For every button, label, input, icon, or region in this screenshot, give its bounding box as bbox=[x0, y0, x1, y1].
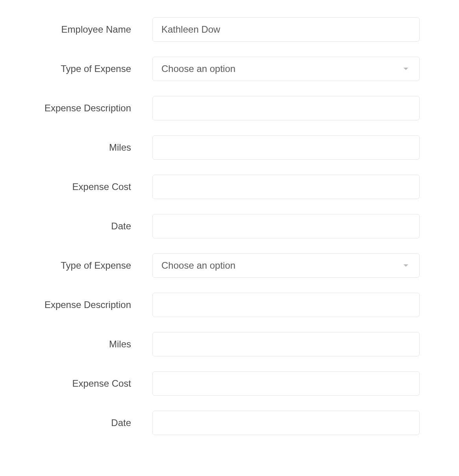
expense2-miles-input[interactable] bbox=[152, 332, 420, 356]
expense2-miles-input-wrap bbox=[152, 332, 420, 356]
employee-name-row: Employee Name bbox=[39, 17, 420, 42]
expense1-date-input[interactable] bbox=[152, 214, 420, 238]
expense2-cost-input[interactable] bbox=[152, 371, 420, 396]
expense2-type-label: Type of Expense bbox=[39, 260, 131, 271]
expense2-cost-label: Expense Cost bbox=[39, 378, 131, 389]
expense1-type-placeholder: Choose an option bbox=[161, 63, 235, 74]
expense2-type-placeholder: Choose an option bbox=[161, 260, 235, 271]
expense1-miles-input[interactable] bbox=[152, 135, 420, 160]
expense1-type-row: Type of Expense Choose an option bbox=[39, 57, 420, 81]
expense2-date-input-wrap bbox=[152, 411, 420, 435]
expense2-cost-input-wrap bbox=[152, 371, 420, 396]
expense2-date-label: Date bbox=[39, 417, 131, 428]
expense2-miles-row: Miles bbox=[39, 332, 420, 356]
expense1-date-input-wrap bbox=[152, 214, 420, 238]
expense1-description-input-wrap bbox=[152, 96, 420, 120]
expense1-cost-row: Expense Cost bbox=[39, 175, 420, 199]
expense1-cost-input-wrap bbox=[152, 175, 420, 199]
expense2-date-input[interactable] bbox=[152, 411, 420, 435]
expense1-cost-input[interactable] bbox=[152, 175, 420, 199]
expense1-miles-label: Miles bbox=[39, 142, 131, 153]
expense1-description-input[interactable] bbox=[152, 96, 420, 120]
expense1-date-row: Date bbox=[39, 214, 420, 238]
expense2-date-row: Date bbox=[39, 411, 420, 435]
expense2-description-label: Expense Description bbox=[39, 299, 131, 310]
expense1-description-label: Expense Description bbox=[39, 103, 131, 114]
employee-name-input-wrap bbox=[152, 17, 420, 42]
expense1-miles-row: Miles bbox=[39, 135, 420, 160]
expense2-description-row: Expense Description bbox=[39, 293, 420, 317]
expense1-type-input-wrap: Choose an option bbox=[152, 57, 420, 81]
expense1-miles-input-wrap bbox=[152, 135, 420, 160]
expense1-cost-label: Expense Cost bbox=[39, 181, 131, 192]
expense2-description-input-wrap bbox=[152, 293, 420, 317]
chevron-down-icon bbox=[403, 264, 408, 267]
employee-name-input[interactable] bbox=[152, 17, 420, 42]
expense2-miles-label: Miles bbox=[39, 339, 131, 350]
expense2-type-row: Type of Expense Choose an option bbox=[39, 253, 420, 278]
expense2-type-input-wrap: Choose an option bbox=[152, 253, 420, 278]
expense1-type-select[interactable]: Choose an option bbox=[152, 57, 420, 81]
expense1-date-label: Date bbox=[39, 221, 131, 232]
employee-name-label: Employee Name bbox=[39, 24, 131, 35]
expense1-description-row: Expense Description bbox=[39, 96, 420, 120]
expense1-type-label: Type of Expense bbox=[39, 63, 131, 74]
expense2-cost-row: Expense Cost bbox=[39, 371, 420, 396]
expense2-description-input[interactable] bbox=[152, 293, 420, 317]
expense2-type-select[interactable]: Choose an option bbox=[152, 253, 420, 278]
chevron-down-icon bbox=[403, 68, 408, 70]
